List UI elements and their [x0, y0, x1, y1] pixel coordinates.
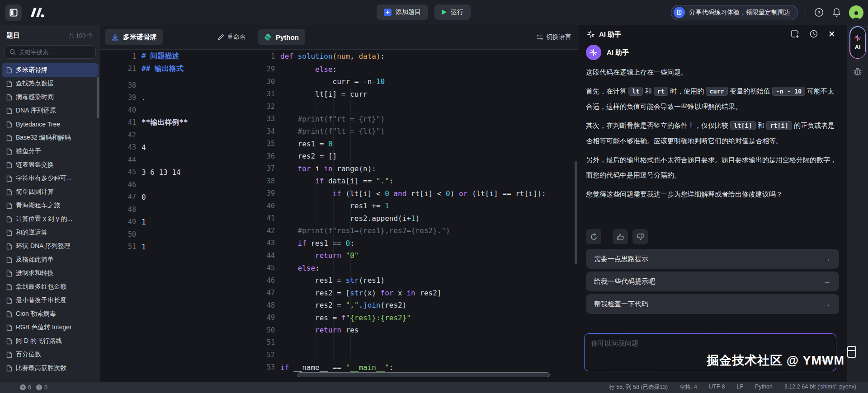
problem-list-item[interactable]: 字符串有多少种可...	[2, 172, 99, 185]
thumbs-down-button[interactable]	[632, 229, 648, 244]
code-text: res1 += 1	[280, 201, 389, 210]
problem-list-item[interactable]: 和的逆运算	[2, 226, 99, 239]
problem-list-item[interactable]: 猫鱼分干	[2, 145, 99, 158]
ai-message: 这段代码在逻辑上存在一些问题。首先，在计算 lt 和 rt 时，使用的 curr…	[586, 65, 837, 228]
language-tab[interactable]: Python	[258, 29, 305, 45]
pencil-icon	[217, 34, 224, 41]
line-number: 51	[253, 338, 280, 346]
problem-list-item[interactable]: 链表聚集交换	[2, 158, 99, 172]
ai-rail-tab[interactable]: AI	[849, 26, 866, 59]
problem-list-item[interactable]: Bytedance Tree	[2, 117, 99, 131]
ai-rail-label: AI	[855, 44, 861, 51]
run-button[interactable]: 运行	[434, 5, 471, 20]
indent-setting[interactable]: 空格: 4	[679, 384, 697, 391]
problem-list-item[interactable]: 比赛最高获胜次数	[2, 361, 99, 375]
errors-icon[interactable]: ✕	[20, 384, 26, 390]
file-icon	[6, 202, 12, 209]
encoding[interactable]: UTF-8	[709, 384, 725, 391]
problem-list-item[interactable]: 查找热点数据	[2, 77, 99, 90]
suggestion-label: 需要一点思路提示	[594, 255, 648, 263]
app-logo[interactable]	[26, 5, 46, 21]
code-text: return res	[280, 326, 359, 334]
inline-code: rt	[654, 87, 668, 96]
problem-list-item[interactable]: 最小替换子串长度	[2, 294, 99, 307]
search-box[interactable]	[5, 45, 96, 59]
inline-code: -n - 10	[772, 87, 805, 96]
thumbs-up-button[interactable]	[613, 229, 628, 244]
code-line: 47 res2 = [str(x) for x in res2]	[253, 287, 579, 299]
switch-language-button[interactable]: 切换语言	[536, 33, 571, 41]
problem-list-item[interactable]: 进制求和转换	[2, 267, 99, 280]
markdown-line: 511	[114, 241, 253, 253]
sidebar-toggle-button[interactable]	[5, 5, 22, 21]
line-number: 42	[114, 131, 142, 139]
close-panel-button[interactable]	[828, 30, 835, 37]
line-number: 38	[114, 81, 142, 89]
problem-item-label: 字符串有多少种可...	[16, 174, 72, 182]
regenerate-button[interactable]	[586, 229, 601, 244]
code-line: 43 if res1 == 0:	[253, 237, 579, 250]
history-button[interactable]	[809, 29, 818, 38]
problem-list-item[interactable]: DNA 序列还原	[2, 104, 99, 117]
problem-list-item[interactable]: 拿到最多红包金额	[2, 280, 99, 294]
add-problem-button[interactable]: + 添加题目	[377, 5, 428, 20]
code-panel: Python 切换语言 1def solution(num, data): 29…	[253, 25, 579, 382]
ai-paragraph: 另外，最后的输出格式也不太符合题目要求。题目要求输出的是用空格分隔的数字，而您的…	[586, 152, 837, 183]
problem-list-item[interactable]: 及格如此简单	[2, 253, 99, 267]
help-button[interactable]: ?	[814, 8, 824, 18]
code-line: 46 res1 = str(res1)	[253, 274, 579, 287]
ai-avatar	[586, 45, 601, 60]
markdown-text: 1	[142, 218, 146, 226]
sidebar-scrollbar[interactable]	[97, 77, 99, 118]
markdown-line: 1# 问题描述	[114, 50, 253, 63]
rename-button[interactable]: 重命名	[217, 33, 246, 41]
problem-list-item[interactable]: 病毒感染时间	[2, 90, 99, 104]
debug-rail-tab[interactable]	[853, 66, 863, 78]
line-number: 45	[253, 264, 280, 272]
problem-list-item[interactable]: 环状 DNA 序列整理	[2, 239, 99, 253]
language-mode[interactable]: Python	[755, 384, 773, 391]
problem-list-item[interactable]: 多米诺骨牌	[2, 63, 99, 77]
markdown-text: **输出样例**	[142, 118, 188, 127]
markdown-editor[interactable]: 1# 问题描述21## 输出格式3839.4041**输出样例**4243444…	[100, 50, 253, 382]
problem-item-label: 青海湖租车之旅	[16, 201, 60, 210]
notifications-button[interactable]	[831, 8, 841, 18]
line-number: 33	[253, 115, 280, 123]
code-text: return "0"	[280, 251, 359, 260]
problem-tab[interactable]: 多米诺骨牌	[105, 29, 163, 45]
suggestion-chip[interactable]: 给我一些代码提示吧→	[586, 271, 839, 291]
problem-list-item[interactable]: Base32 编码和解码	[2, 131, 99, 145]
problem-list-item[interactable]: 简单四则计算	[2, 185, 99, 199]
line-number: 49	[114, 218, 142, 226]
suggestion-chip[interactable]: 需要一点思路提示→	[586, 249, 839, 269]
problem-list-item[interactable]: 百分位数	[2, 348, 99, 361]
warnings-icon[interactable]: !	[36, 384, 42, 390]
file-icon	[6, 284, 12, 290]
watermark-icon	[847, 346, 856, 358]
interpreter-version[interactable]: 3.12.2 64-bit ('shims': pyenv)	[784, 384, 856, 391]
ai-sparkle-icon	[590, 48, 598, 56]
user-avatar[interactable]	[849, 5, 863, 20]
new-chat-button[interactable]	[790, 29, 799, 38]
problem-list-item[interactable]: 阿 D 的飞行路线	[2, 334, 99, 348]
code-vertical-scrollbar[interactable]	[575, 161, 577, 264]
problem-panel: 多米诺骨牌 重命名 1# 问题描述21## 输出格式3839.4041**输出样…	[100, 25, 253, 382]
eol-setting[interactable]: LF	[736, 384, 743, 391]
promo-banner[interactable]: 分享代码练习体验，领限量定制周边	[671, 5, 798, 20]
problem-list-item[interactable]: 青海湖租车之旅	[2, 199, 99, 212]
problem-list-item[interactable]: Cion 勒索病毒	[2, 307, 99, 321]
code-line: 31 lt[i] = curr	[253, 88, 579, 101]
line-number: 48	[253, 301, 280, 309]
code-editor[interactable]: 1def solution(num, data): 29 else:30 cur…	[253, 50, 579, 382]
search-input[interactable]	[19, 49, 87, 56]
suggestion-label: 帮我检查一下代码	[594, 300, 648, 309]
suggestion-chip[interactable]: 帮我检查一下代码→	[586, 294, 839, 314]
line-number: 46	[253, 276, 280, 285]
bug-icon	[853, 66, 863, 76]
code-horizontal-scrollbar[interactable]	[297, 372, 550, 377]
code-line: 49 res = f"{res1}:{res2}"	[253, 312, 579, 324]
problem-list-item[interactable]: RGB 色值转 Integer	[2, 321, 99, 334]
file-icon	[6, 338, 12, 345]
cursor-position[interactable]: 行 55, 列 58 (已选择13)	[609, 384, 668, 391]
problem-list-item[interactable]: 计算位置 x 到 y 的...	[2, 212, 99, 226]
